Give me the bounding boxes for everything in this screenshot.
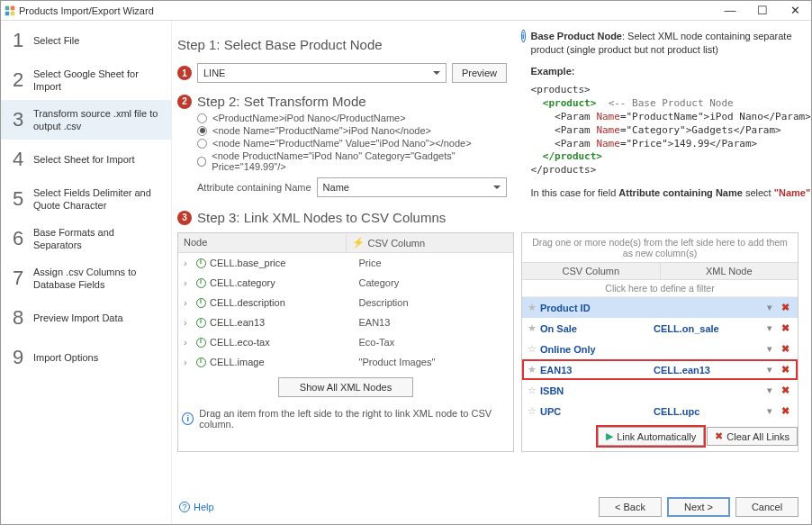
app-icon [5, 5, 15, 16]
chevron-down-icon[interactable]: ▾ [767, 302, 778, 313]
node-col-header[interactable]: Node [178, 233, 346, 252]
sidebar-step-6[interactable]: 6Base Formats and Separators [1, 219, 171, 258]
minimize-button[interactable]: — [714, 4, 746, 17]
sidebar-step-9[interactable]: 9Import Options [1, 338, 171, 377]
map-instruction: Drag one or more node(s) from the left s… [522, 233, 798, 262]
svg-rect-3 [11, 11, 15, 15]
map-row[interactable]: ☆Online Only▾✖ [522, 339, 798, 359]
attr-label: Attribute containing Name [197, 182, 311, 193]
delete-icon[interactable]: ✖ [778, 405, 792, 417]
wizard-sidebar: 1Select File2Select Google Sheet for Imp… [1, 21, 172, 524]
star-icon[interactable]: ★ [528, 302, 540, 313]
map-col1-header[interactable]: CSV Column [522, 263, 660, 279]
next-button[interactable]: Next > [667, 497, 730, 517]
sidebar-step-1[interactable]: 1Select File [1, 21, 171, 60]
map-row[interactable]: ★On SaleCELL.on_sale▾✖ [522, 318, 798, 339]
transform-mode-label: <node Name="ProductName" Value="iPod Nan… [212, 138, 472, 149]
map-row[interactable]: ★EAN13CELL.ean13▾✖ [522, 359, 798, 380]
chevron-down-icon[interactable]: ▾ [767, 343, 778, 355]
step2-title: Step 2: Set Transform Mode [197, 94, 366, 109]
filter-row[interactable]: Click here to define a filter [522, 280, 798, 297]
delete-icon[interactable]: ✖ [778, 343, 792, 355]
chevron-down-icon[interactable]: ▾ [767, 405, 778, 417]
sidebar-step-8[interactable]: 8Preview Import Data [1, 298, 171, 338]
badge-3: 3 [177, 211, 192, 225]
transform-mode-label: <node Name="ProductName">iPod Nano</node… [212, 125, 431, 136]
csv-col-header[interactable]: CSV Column [368, 238, 426, 249]
svg-rect-0 [5, 5, 10, 10]
sidebar-step-4[interactable]: 4Select Sheet for Import [1, 140, 171, 179]
back-button[interactable]: < Back [599, 497, 662, 517]
map-row[interactable]: ★Product ID▾✖ [522, 297, 798, 318]
xml-node-row[interactable]: ›CELL.eco-taxEco-Tax [180, 334, 511, 350]
svg-rect-2 [5, 11, 10, 15]
clear-links-button[interactable]: ✖Clear All Links [707, 427, 798, 446]
xml-node-row[interactable]: ›CELL.descriptionDescription [180, 294, 511, 311]
badge-2: 2 [177, 95, 192, 109]
chevron-down-icon[interactable]: ▾ [767, 364, 778, 376]
xml-node-row[interactable]: ›CELL.ean13EAN13 [180, 314, 511, 330]
drag-hint: Drag an item from the left side to the r… [199, 408, 510, 430]
base-node-combo[interactable]: LINE [197, 63, 447, 83]
step3-title: Step 3: Link XML Nodes to CSV Columns [197, 210, 446, 225]
xml-node-row[interactable]: ›CELL.categoryCategory [180, 275, 511, 291]
sidebar-step-2[interactable]: 2Select Google Sheet for Import [1, 60, 171, 100]
step1-title: Step 1: Select Base Product Node [177, 37, 383, 52]
info-icon: i [521, 30, 526, 42]
badge-1: 1 [177, 66, 192, 80]
window-title: Products Import/Export Wizard [19, 5, 714, 16]
csv-mapping-panel: Drag one or more node(s) from the left s… [521, 232, 798, 452]
show-all-nodes-button[interactable]: Show All XML Nodes [278, 377, 413, 397]
transform-mode-radio-1[interactable] [197, 126, 207, 136]
xml-node-row[interactable]: ›CELL.base_pricePrice [180, 255, 511, 271]
preview-button[interactable]: Preview [452, 63, 507, 83]
delete-icon[interactable]: ✖ [778, 302, 792, 313]
transform-mode-radio-0[interactable] [197, 113, 207, 123]
attr-name-combo[interactable]: Name [317, 177, 507, 197]
map-col2-header[interactable]: XML Node [660, 263, 798, 279]
svg-rect-1 [11, 5, 15, 10]
star-icon[interactable]: ☆ [528, 343, 540, 355]
x-icon: ✖ [715, 430, 723, 442]
play-icon: ▶ [606, 430, 613, 442]
star-icon[interactable]: ☆ [528, 405, 540, 417]
sidebar-step-5[interactable]: 5Select Fields Delimiter and Quote Chara… [1, 179, 171, 219]
star-icon[interactable]: ★ [528, 364, 540, 376]
info-text: Base Product Node: Select XML node conta… [531, 30, 811, 200]
star-icon[interactable]: ☆ [528, 385, 540, 396]
delete-icon[interactable]: ✖ [778, 322, 792, 334]
transform-mode-radio-2[interactable] [197, 139, 207, 149]
chevron-down-icon[interactable]: ▾ [767, 322, 778, 334]
xml-nodes-panel: Node ⚡CSV Column ›CELL.base_pricePrice›C… [177, 232, 514, 452]
chevron-down-icon[interactable]: ▾ [767, 385, 778, 396]
cancel-button[interactable]: Cancel [735, 497, 798, 517]
xml-node-row[interactable]: ›CELL.image"Product Images" [180, 354, 511, 370]
transform-mode-radio-3[interactable] [197, 157, 206, 167]
transform-mode-label: <node ProductName="iPod Nano" Category="… [212, 150, 507, 172]
link-auto-button[interactable]: ▶Link Automatically [598, 427, 704, 446]
close-button[interactable]: ✕ [779, 4, 811, 17]
help-link[interactable]: ?Help [179, 502, 214, 512]
delete-icon[interactable]: ✖ [778, 364, 792, 376]
sidebar-step-3[interactable]: 3Transform source .xml file to output .c… [1, 100, 171, 140]
delete-icon[interactable]: ✖ [778, 385, 792, 396]
sidebar-step-7[interactable]: 7Assign .csv Columns to Database Fields [1, 258, 171, 298]
map-row[interactable]: ☆UPCCELL.upc▾✖ [522, 401, 798, 421]
map-row[interactable]: ☆ISBN▾✖ [522, 380, 798, 401]
star-icon[interactable]: ★ [528, 322, 540, 334]
info-icon: i [182, 412, 194, 425]
maximize-button[interactable]: ☐ [746, 4, 779, 17]
transform-mode-label: <ProductName>iPod Nano</ProductName> [212, 113, 406, 123]
